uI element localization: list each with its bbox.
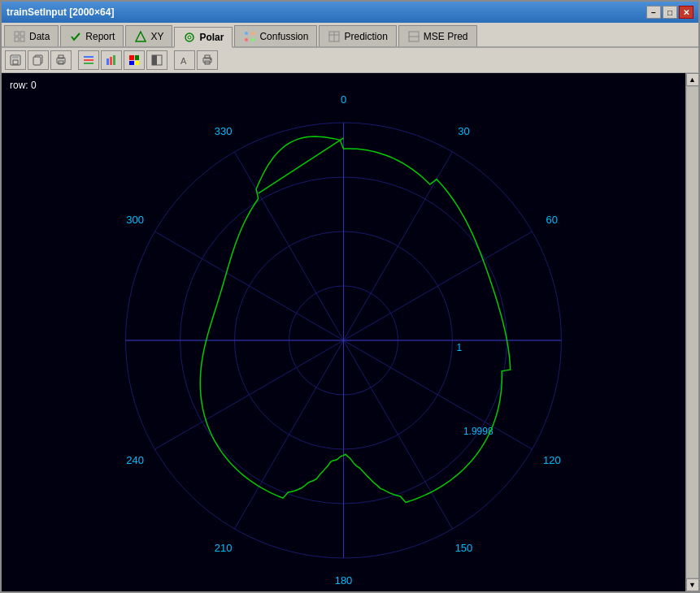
vertical-scrollbar: ▲ ▼ [685, 73, 698, 591]
svg-rect-30 [129, 55, 134, 60]
svg-rect-1 [20, 32, 24, 36]
svg-rect-17 [12, 55, 19, 58]
tab-bar: Data Report XY Polar Confussion [2, 23, 698, 48]
tab-prediction-label: Prediction [344, 31, 387, 42]
tab-data[interactable]: Data [4, 25, 59, 46]
svg-rect-3 [20, 37, 24, 41]
tab-polar-label: Polar [199, 32, 224, 43]
tab-confussion[interactable]: Confussion [234, 25, 317, 46]
main-area: row: 0 ▲ ▼ [2, 73, 698, 591]
table-icon [328, 30, 341, 43]
main-window: trainSetInput [2000×64] − □ ✕ Data Repor… [0, 0, 700, 593]
svg-point-5 [185, 33, 193, 41]
tab-polar[interactable]: Polar [174, 27, 233, 48]
bars-button[interactable] [101, 50, 122, 70]
svg-text:A: A [180, 56, 187, 66]
tab-data-label: Data [29, 31, 50, 42]
toolbar: A [2, 48, 698, 73]
mono-button[interactable] [146, 50, 167, 70]
tab-report[interactable]: Report [60, 25, 124, 46]
title-bar: trainSetInput [2000×64] − □ ✕ [2, 2, 698, 23]
tab-xy[interactable]: XY [125, 25, 172, 46]
maximize-button[interactable]: □ [663, 6, 677, 19]
save-button[interactable] [5, 50, 26, 70]
copy-button[interactable] [28, 50, 49, 70]
polar-chart [2, 73, 685, 591]
close-button[interactable]: ✕ [679, 6, 693, 19]
printout-button[interactable] [197, 50, 218, 70]
row-label: row: 0 [10, 80, 37, 91]
tab-confussion-label: Confussion [259, 31, 308, 42]
grid-icon [13, 30, 26, 43]
svg-rect-2 [15, 37, 19, 41]
chart-area: row: 0 [2, 73, 685, 591]
svg-rect-32 [129, 61, 134, 65]
check-icon [69, 30, 82, 43]
svg-rect-29 [113, 55, 115, 65]
tab-msepred[interactable]: MSE Pred [398, 25, 477, 46]
svg-rect-0 [15, 32, 19, 36]
svg-rect-18 [13, 60, 18, 64]
svg-point-7 [245, 32, 248, 35]
title-bar-buttons: − □ ✕ [646, 6, 693, 19]
mse-icon [407, 30, 420, 43]
polar-icon [183, 31, 196, 44]
tab-xy-label: XY [150, 31, 163, 42]
svg-marker-4 [136, 32, 146, 41]
tab-msepred-label: MSE Pred [424, 31, 468, 42]
minimize-button[interactable]: − [646, 6, 661, 19]
svg-point-40 [210, 58, 211, 60]
xy-icon [134, 30, 147, 43]
svg-rect-33 [135, 61, 139, 65]
svg-rect-20 [33, 57, 41, 65]
text-button[interactable]: A [174, 50, 195, 70]
scroll-track[interactable] [686, 86, 699, 578]
svg-rect-31 [135, 55, 139, 60]
svg-point-9 [245, 38, 248, 41]
scroll-down-button[interactable]: ▼ [686, 578, 699, 591]
lines-button[interactable] [78, 50, 99, 70]
scroll-up-button[interactable]: ▲ [686, 73, 699, 86]
dot-icon [243, 30, 256, 43]
svg-point-10 [251, 38, 254, 41]
svg-point-6 [188, 36, 191, 39]
svg-rect-27 [107, 58, 109, 65]
tab-report-label: Report [85, 31, 115, 42]
tab-prediction[interactable]: Prediction [319, 25, 396, 46]
window-title: trainSetInput [2000×64] [7, 6, 114, 18]
svg-rect-35 [152, 55, 157, 65]
svg-rect-28 [110, 57, 112, 65]
colors-button[interactable] [124, 50, 145, 70]
svg-point-8 [251, 32, 254, 35]
print-small-button[interactable] [50, 50, 72, 70]
